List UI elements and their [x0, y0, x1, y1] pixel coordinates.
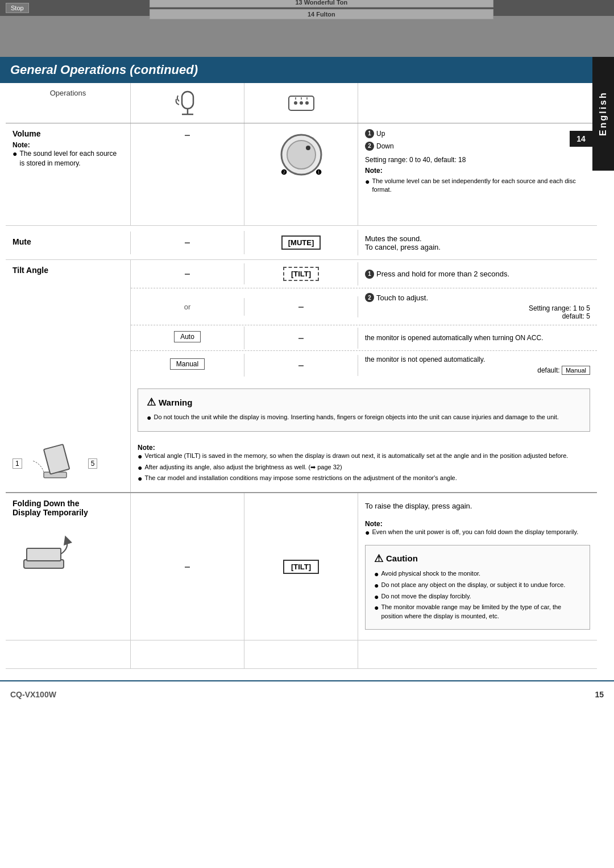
volume-up-item: 1 Up [365, 129, 590, 139]
page-number-14: 14 [570, 131, 592, 147]
tilt-auto-desc: the monitor is opened automatically when… [358, 329, 597, 346]
top-decorative-area: Stop 13 Wonderful Ton 14 Fulton [0, 0, 614, 57]
tilt-sub-row-manual: Manual – the monitor is not opened autom… [131, 351, 597, 379]
tilt-sub2-remote: – [244, 296, 358, 317]
tilt-auto-touch: Auto [131, 326, 244, 349]
caution-bullet-1: ● Do not place any object on the display… [374, 581, 581, 590]
mute-row: Mute – [MUTE] Mutes the sound. To cancel… [6, 226, 597, 260]
volume-note-bullet: ● The sound level for each source is sto… [13, 149, 123, 168]
top-bar: Stop 13 Wonderful Ton 14 Fulton [0, 0, 614, 16]
page-header: General Operations (continued) [0, 57, 614, 83]
svg-point-4 [294, 101, 297, 105]
mute-desc-cell: Mutes the sound. To cancel, press again. [358, 229, 597, 257]
tilt-auto-remote: – [244, 328, 358, 349]
caution-box: ⚠ Caution ● Avoid physical shock to the … [365, 545, 590, 630]
folding-desc-cell: To raise the display, press again. Note:… [358, 493, 597, 640]
auto-dash: – [298, 332, 304, 344]
page-wrapper: Stop 13 Wonderful Ton 14 Fulton English … [0, 0, 614, 708]
folding-remote-cell: [TILT] [244, 493, 358, 640]
folding-row: Folding Down the Display Temporarily [6, 493, 597, 640]
tilt-sub1-remote: [TILT] [244, 262, 358, 286]
knob-label-1: ❶ [316, 168, 322, 176]
tilt-dash1: – [184, 268, 190, 280]
volume-remote-cell: ❷ ❶ [244, 123, 358, 225]
tilt-sub-row-1: – [TILT] 1 Press and hold for more than … [131, 260, 597, 288]
warning-bullet: ● Do not touch the unit while the displa… [147, 413, 581, 423]
tilt-dash2: – [298, 301, 304, 313]
mute-remote-cell: [MUTE] [244, 230, 358, 255]
volume-down-item: 2 Down [365, 142, 590, 151]
svg-point-5 [300, 101, 303, 105]
tilt-row-wrapper: Tilt Angle 1 5 [6, 260, 597, 492]
fold-svg [13, 526, 75, 577]
mute-button-label: [MUTE] [281, 235, 321, 250]
folding-note-label: Note: [365, 520, 590, 528]
tilt-default-wrap: default: Manual [365, 366, 590, 375]
tilt-manual-remote: – [244, 355, 358, 376]
tilt-button-1: [TILT] [283, 267, 319, 281]
tilt-sub2-desc: 2 Touch to adjust. Setting range: 1 to 5… [358, 288, 597, 325]
col-remote-header [244, 83, 358, 123]
tilt-note-label: Note: [138, 444, 590, 452]
page-footer: CQ-VX100W 15 [0, 680, 614, 708]
tilt-ops-cell: Tilt Angle 1 5 [6, 260, 131, 492]
svg-rect-0 [182, 92, 193, 109]
touch-icon [173, 89, 202, 117]
mute-ops-cell: Mute [6, 232, 131, 254]
default-manual-box: Manual [562, 366, 590, 375]
warning-box: ⚠ Warning ● Do not touch the unit while … [138, 388, 590, 432]
page-title: General Operations (continued) [10, 63, 198, 77]
caution-bullet-2: ● Do not move the display forcibly. [374, 592, 581, 602]
tilt-sub-rows: – [TILT] 1 Press and hold for more than … [131, 260, 597, 492]
tilt-manual-desc: the monitor is not opened automatically. [365, 356, 485, 363]
tilt-angle-row: Tilt Angle 1 5 [6, 260, 597, 493]
tilt-manual-touch: Manual [131, 354, 244, 377]
tilt-sub2-or: or [131, 298, 244, 316]
tilt-note-bullet-1: ● After adjusting its angle, also adjust… [138, 463, 590, 473]
col-operations-header: Operations [6, 83, 131, 123]
volume-touch-cell: – [131, 123, 244, 225]
svg-rect-16 [27, 548, 61, 561]
tilt-default-val: default: 5 [365, 312, 590, 320]
volume-setting-range: Setting range: 0 to 40, default: 18 [365, 156, 590, 164]
fold-illustration [13, 526, 123, 578]
caution-title: ⚠ Caution [374, 552, 581, 565]
model-name: CQ-VX100W [10, 690, 56, 699]
tilt-sub1-touch: – [131, 263, 244, 284]
stop-button[interactable]: Stop [6, 3, 29, 13]
caution-bullet-3: ● The monitor movable range may be limit… [374, 603, 581, 621]
folding-title: Folding Down the Display Temporarily [13, 499, 123, 517]
bottom-empty-row [6, 640, 597, 669]
tilt-setting-range: Setting range: 1 to 5 [365, 304, 590, 312]
folding-main-row: Folding Down the Display Temporarily [6, 493, 597, 640]
folding-desc: To raise the display, press again. [365, 502, 590, 510]
tilt-note-bullet-0: ● Vertical angle (TILT) is saved in the … [138, 452, 590, 461]
caution-icon: ⚠ [374, 552, 383, 565]
svg-rect-14 [44, 444, 69, 474]
volume-note2-bullet: ● The volume level can be set independen… [365, 177, 590, 195]
page-number-footer: 15 [595, 690, 604, 699]
knob-label-2: ❷ [281, 168, 287, 176]
mute-desc2: To cancel, press again. [365, 243, 590, 251]
folding-touch-cell: – [131, 493, 244, 640]
col-description-header [358, 83, 597, 123]
volume-desc-cell: 1 Up 2 Down Setting range: 0 to 40, defa… [358, 123, 597, 225]
caution-bullet-0: ● Avoid physical shock to the monitor. [374, 569, 581, 579]
track-line-1: 13 Wonderful Ton [150, 0, 494, 7]
svg-point-11 [287, 140, 316, 169]
tilt-manual-desc-wrap: the monitor is not opened automatically.… [358, 351, 597, 379]
auto-button: Auto [174, 331, 201, 342]
volume-up-down: 1 Up 2 Down [365, 129, 590, 153]
content-area: Operations [6, 83, 597, 669]
manual-button: Manual [170, 358, 205, 370]
folding-note-bullet: ● Even when the unit power is off, you c… [365, 528, 590, 538]
mute-title: Mute [13, 237, 123, 246]
folding-note-section: Note: ● Even when the unit power is off,… [365, 517, 590, 539]
tilt-label-1: 1 [13, 458, 22, 469]
english-tab: English [592, 57, 614, 171]
tilt-illustration-wrap: 1 5 [13, 441, 97, 486]
folding-ops-cell: Folding Down the Display Temporarily [6, 493, 131, 640]
volume-note-text: ● The sound level for each source is sto… [13, 149, 123, 168]
volume-knob-wrap: ❷ ❶ [276, 129, 327, 180]
mute-desc1: Mutes the sound. [365, 234, 590, 243]
